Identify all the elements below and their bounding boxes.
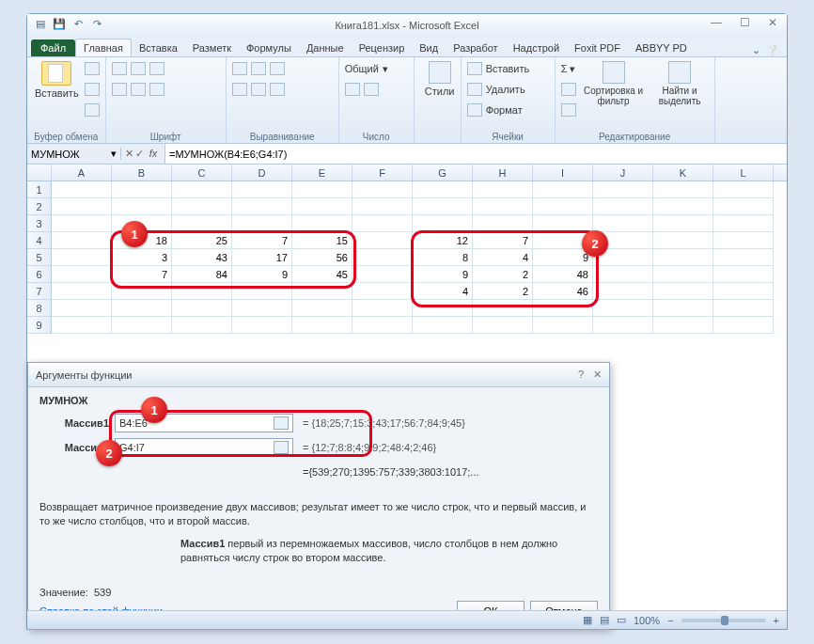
view-layout-icon[interactable]: ▤: [600, 614, 609, 626]
accept-formula-icon[interactable]: ✓: [135, 148, 144, 160]
row-header[interactable]: 3: [27, 215, 52, 232]
cell[interactable]: [292, 317, 352, 334]
zoom-in-icon[interactable]: +: [774, 615, 779, 626]
col-header[interactable]: F: [352, 165, 413, 181]
zoom-level[interactable]: 100%: [634, 615, 660, 626]
cell[interactable]: [653, 181, 713, 198]
cells-insert-button[interactable]: Вставить: [467, 59, 530, 78]
maximize-button[interactable]: ☐: [730, 14, 759, 31]
row-header[interactable]: 9: [27, 317, 52, 334]
cell[interactable]: 43: [172, 249, 232, 266]
cell[interactable]: [653, 215, 713, 232]
cell[interactable]: [533, 300, 593, 317]
cell[interactable]: 9: [232, 266, 292, 283]
arg1-input[interactable]: B4:E6: [115, 414, 293, 432]
tab-file[interactable]: Файл: [31, 39, 75, 56]
cell[interactable]: 7: [232, 232, 292, 249]
cell[interactable]: [52, 215, 112, 232]
cell[interactable]: [232, 300, 292, 317]
col-header[interactable]: A: [52, 165, 112, 181]
cell[interactable]: [352, 232, 413, 249]
cell[interactable]: [713, 198, 774, 215]
cell[interactable]: [172, 317, 232, 334]
cell[interactable]: [593, 283, 653, 300]
cell[interactable]: [52, 317, 112, 334]
cell[interactable]: [713, 215, 774, 232]
cell[interactable]: [713, 232, 774, 249]
format-painter-button[interactable]: [85, 101, 100, 119]
col-header[interactable]: J: [593, 165, 653, 181]
dialog-help-icon[interactable]: ?: [578, 369, 584, 381]
border-icon[interactable]: [112, 83, 127, 96]
range-picker-icon[interactable]: [274, 416, 289, 430]
close-button[interactable]: ✕: [759, 14, 787, 31]
paste-button[interactable]: Вставить: [33, 59, 81, 101]
sort-filter-button[interactable]: Сортировка и фильтр: [580, 59, 648, 108]
dialog-titlebar[interactable]: Аргументы функции ?✕: [28, 363, 609, 387]
cell[interactable]: 17: [232, 249, 292, 266]
minimize-button[interactable]: —: [702, 14, 730, 31]
cell[interactable]: [473, 215, 533, 232]
cell[interactable]: 84: [172, 266, 232, 283]
cell[interactable]: [653, 232, 713, 249]
cell[interactable]: [352, 283, 413, 300]
cell[interactable]: [713, 283, 774, 300]
undo-icon[interactable]: ↶: [70, 16, 86, 31]
font-color-icon[interactable]: [149, 83, 164, 96]
cell[interactable]: [593, 300, 653, 317]
row-header[interactable]: 6: [27, 266, 52, 283]
cell[interactable]: [52, 232, 112, 249]
cell[interactable]: [112, 283, 172, 300]
cell[interactable]: [172, 283, 232, 300]
cell[interactable]: [593, 198, 653, 215]
fill-icon[interactable]: [561, 83, 576, 96]
cell[interactable]: [593, 215, 653, 232]
cell[interactable]: [52, 300, 112, 317]
tab-data[interactable]: Данные: [299, 39, 352, 56]
cell[interactable]: [413, 198, 473, 215]
col-header[interactable]: L: [713, 165, 774, 181]
cell[interactable]: [413, 300, 473, 317]
cell[interactable]: [352, 249, 413, 266]
save-icon[interactable]: 💾: [52, 16, 67, 31]
cell[interactable]: [292, 198, 352, 215]
cell[interactable]: 2: [473, 283, 533, 300]
cell[interactable]: [473, 300, 533, 317]
cell[interactable]: [653, 300, 713, 317]
align-mid-icon[interactable]: [251, 62, 266, 75]
cell[interactable]: 12: [413, 232, 473, 249]
cell[interactable]: [112, 317, 172, 334]
cell[interactable]: [112, 198, 172, 215]
fill-color-icon[interactable]: [131, 83, 146, 96]
cell[interactable]: [232, 215, 292, 232]
cell[interactable]: [352, 266, 413, 283]
italic-icon[interactable]: [131, 62, 146, 75]
cell[interactable]: [653, 198, 713, 215]
cells-delete-button[interactable]: Удалить: [467, 80, 530, 99]
tab-addins[interactable]: Надстрой: [506, 39, 567, 56]
cell[interactable]: 4: [413, 283, 473, 300]
cell[interactable]: 2: [473, 266, 533, 283]
cell[interactable]: [533, 215, 593, 232]
cancel-formula-icon[interactable]: ✕: [125, 148, 133, 160]
col-header[interactable]: H: [473, 165, 533, 181]
autosum-icon[interactable]: Σ ▾: [561, 63, 576, 75]
cell[interactable]: [352, 198, 413, 215]
formula-input[interactable]: =МУМНОЖ(B4:E6;G4:I7): [164, 144, 787, 164]
tab-view[interactable]: Вид: [412, 39, 446, 56]
cell[interactable]: [172, 215, 232, 232]
cell[interactable]: [292, 300, 352, 317]
range-picker-icon[interactable]: [274, 441, 289, 454]
cell[interactable]: [292, 215, 352, 232]
zoom-slider[interactable]: [681, 619, 766, 622]
find-select-button[interactable]: Найти и выделить: [650, 59, 708, 108]
view-normal-icon[interactable]: ▦: [583, 614, 592, 626]
cell[interactable]: [232, 317, 292, 334]
cell[interactable]: [52, 249, 112, 266]
cell[interactable]: [473, 198, 533, 215]
row-header[interactable]: 5: [27, 249, 52, 266]
dialog-close-icon[interactable]: ✕: [593, 369, 602, 381]
cell[interactable]: 48: [533, 266, 593, 283]
align-top-icon[interactable]: [232, 62, 247, 75]
tab-review[interactable]: Рецензир: [352, 39, 413, 56]
